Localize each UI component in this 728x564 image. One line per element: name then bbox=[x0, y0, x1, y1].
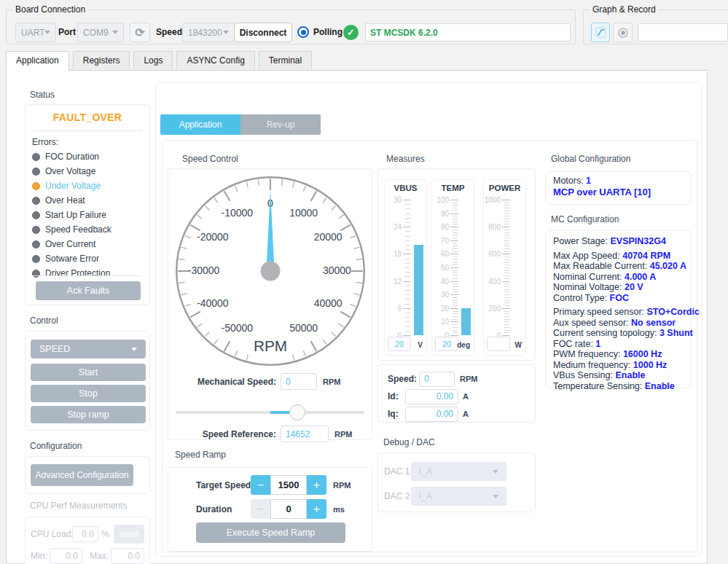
svg-text:RPM: RPM bbox=[254, 337, 287, 354]
id-measure-unit: A bbox=[463, 392, 469, 401]
cpu-min-field: 0.0 bbox=[50, 548, 82, 564]
start-button[interactable]: Start bbox=[31, 364, 146, 381]
mechanical-speed-field[interactable]: 0 bbox=[281, 373, 317, 390]
cpu-perf-section-label: CPU Perf Measurements bbox=[30, 501, 127, 511]
cpu-max-label: Max: bbox=[90, 548, 109, 564]
power-value-field[interactable] bbox=[487, 337, 510, 351]
execute-speed-ramp-button[interactable]: Execute Speed Ramp bbox=[196, 522, 345, 543]
refresh-ports-button[interactable]: ⟳ bbox=[130, 23, 150, 42]
cpu-min-label: Min: bbox=[31, 548, 47, 564]
target-speed-increment-button[interactable]: + bbox=[307, 475, 326, 495]
motor-frame: Application Rev-up Speed Control -50000-… bbox=[155, 82, 702, 557]
port-select[interactable]: COM9 bbox=[77, 23, 124, 42]
svg-text:-30000: -30000 bbox=[188, 265, 220, 276]
id-measure-field[interactable]: 0.00 bbox=[405, 389, 458, 404]
error-indicator: Over Heat bbox=[26, 193, 149, 208]
dac1-label: DAC 1 bbox=[384, 466, 410, 477]
speed-ramp-section-label: Speed Ramp bbox=[175, 450, 226, 460]
temp-value-field[interactable]: 20 bbox=[435, 337, 458, 351]
subtab-application[interactable]: Application bbox=[160, 114, 240, 135]
ack-faults-button[interactable]: Ack Faults bbox=[36, 281, 141, 300]
error-indicator: Over Voltage bbox=[26, 164, 149, 179]
chevron-down-icon bbox=[493, 495, 498, 498]
tab-terminal[interactable]: Terminal bbox=[259, 51, 312, 69]
mc-config-item: Power Stage: EVSPIN32G4 bbox=[553, 236, 684, 247]
subtab-revup[interactable]: Rev-up bbox=[240, 114, 321, 135]
error-dot-icon bbox=[32, 211, 40, 219]
polling-radio[interactable] bbox=[297, 26, 309, 38]
baud-select[interactable]: 1843200 bbox=[182, 23, 235, 42]
tab-registers[interactable]: Registers bbox=[73, 51, 130, 69]
mcp-link[interactable]: MCP over UARTA [10] bbox=[553, 187, 684, 197]
speed-reference-row: Speed Reference: 14652 RPM bbox=[168, 426, 372, 442]
tab-application[interactable]: Application bbox=[6, 51, 69, 71]
fault-state-text: FAULT_OVER bbox=[26, 111, 149, 123]
mc-config-item: VBus Sensing: Enable bbox=[553, 370, 684, 381]
cpu-reset-button[interactable]: reset bbox=[114, 525, 144, 544]
measures-panel: VBUS0612182430 20 V TEMP0102030405060708… bbox=[377, 168, 536, 361]
polling-label: Polling bbox=[313, 23, 343, 42]
dac1-select[interactable]: I_A bbox=[411, 462, 506, 481]
target-speed-unit: RPM bbox=[333, 481, 351, 490]
chevron-down-icon bbox=[44, 31, 50, 34]
svg-text:40000: 40000 bbox=[314, 297, 343, 309]
speed-reference-label: Speed Reference: bbox=[203, 429, 276, 439]
vbus-gauge: VBUS0612182430 20 V bbox=[384, 179, 427, 356]
duration-row: Duration − 0 + ms bbox=[168, 499, 372, 519]
record-button[interactable] bbox=[613, 23, 633, 42]
vbus-value-field[interactable]: 20 bbox=[388, 337, 411, 351]
speed-reference-field[interactable]: 14652 bbox=[281, 426, 329, 442]
firmware-version-field[interactable]: ST MCSDK 6.2.0 bbox=[365, 23, 571, 42]
port-value: COM9 bbox=[83, 28, 109, 38]
mc-config-item: Medium frequency: 1000 Hz bbox=[553, 360, 684, 371]
error-indicator: Driver Protection bbox=[26, 266, 149, 281]
control-mode-select[interactable]: SPEED bbox=[31, 340, 146, 359]
target-speed-decrement-button[interactable]: − bbox=[251, 475, 270, 495]
mc-config-item: Current sensing topology: 3 Shunt bbox=[553, 328, 684, 339]
speed-measure-row: Speed: 0 RPM bbox=[378, 371, 535, 387]
cpu-load-unit: % bbox=[101, 526, 109, 542]
iq-measure-label: Iq: bbox=[388, 409, 399, 419]
control-section-label: Control bbox=[30, 316, 58, 326]
errors-label: Errors: bbox=[32, 137, 58, 147]
interface-value: UART bbox=[21, 28, 44, 38]
stop-button[interactable]: Stop bbox=[31, 385, 146, 402]
open-graph-button[interactable] bbox=[591, 23, 610, 42]
advanced-configuration-button[interactable]: Advanced Configuration bbox=[31, 464, 133, 486]
motors-line: Motors: 1 bbox=[553, 176, 684, 186]
tab-async-config[interactable]: ASYNC Config bbox=[176, 51, 254, 69]
duration-increment-button[interactable]: + bbox=[307, 499, 326, 519]
record-file-field[interactable] bbox=[638, 23, 728, 42]
id-measure-row: Id: 0.00 A bbox=[378, 388, 535, 404]
debug-dac-panel: DAC 1 I_A DAC 2 I_A bbox=[377, 453, 536, 512]
duration-decrement-button[interactable]: − bbox=[251, 499, 270, 519]
control-panel: SPEED Start Stop Stop ramp bbox=[25, 331, 150, 431]
tab-logs[interactable]: Logs bbox=[133, 51, 173, 69]
error-indicator: Sotware Error bbox=[26, 251, 149, 266]
interface-select[interactable]: UART bbox=[15, 23, 56, 42]
speed-control-section-label: Speed Control bbox=[182, 154, 238, 164]
svg-text:50000: 50000 bbox=[289, 322, 318, 334]
disconnect-button[interactable]: Disconnect bbox=[234, 23, 292, 42]
configuration-panel: Advanced Configuration bbox=[25, 456, 150, 494]
duration-field[interactable]: 0 bbox=[270, 499, 307, 519]
connected-check-icon: ✓ bbox=[343, 25, 359, 40]
speed-measure-field[interactable]: 0 bbox=[419, 372, 455, 387]
dac2-select[interactable]: I_A bbox=[411, 487, 506, 506]
temp-gauge: TEMP0102030405060708090100 20 deg bbox=[431, 179, 474, 356]
mc-config-item: Max App Speed: 40704 RPM bbox=[553, 251, 684, 262]
power-gauge: POWER02004006008001000 W bbox=[483, 179, 526, 356]
speed-reference-slider[interactable] bbox=[176, 404, 364, 421]
slider-handle[interactable] bbox=[289, 404, 305, 420]
target-speed-row: Target Speed − 1500 + RPM bbox=[168, 475, 372, 495]
error-indicator: Under Voltage bbox=[26, 179, 149, 193]
iq-measure-field[interactable]: 0.00 bbox=[405, 407, 458, 422]
configuration-section-label: Configuration bbox=[30, 441, 82, 451]
target-speed-field[interactable]: 1500 bbox=[270, 475, 307, 495]
speed-reference-unit: RPM bbox=[334, 430, 352, 439]
cpu-max-field: 0.0 bbox=[111, 548, 144, 564]
board-connection-group: Board Connection UART Port COM9 ⟳ Speed … bbox=[6, 9, 576, 44]
graph-record-group: Graph & Record bbox=[583, 9, 727, 44]
stop-ramp-button[interactable]: Stop ramp bbox=[31, 406, 146, 423]
dac2-row: DAC 2 I_A bbox=[378, 487, 535, 506]
